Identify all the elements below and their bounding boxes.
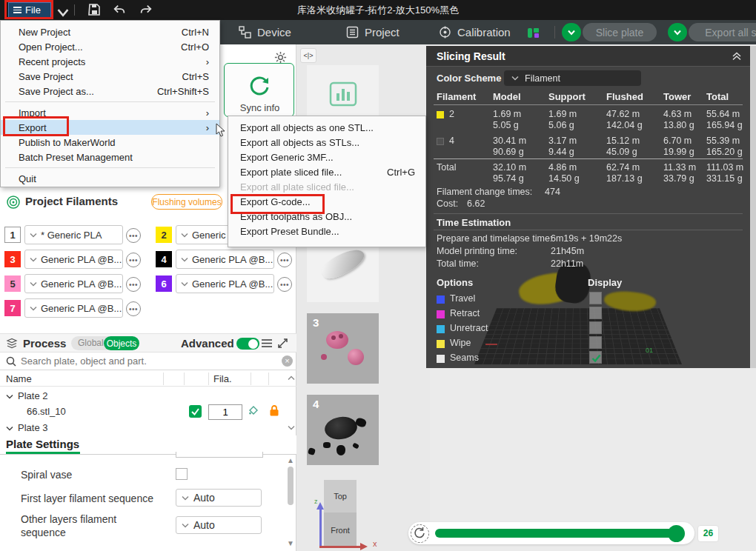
menu-item-quit[interactable]: Quit — [1, 171, 219, 186]
buildplate-number: 01 — [646, 347, 653, 354]
tree-row-plate2[interactable]: Plate 2 — [0, 389, 296, 404]
slice-plate-button[interactable]: Slice plate — [583, 23, 657, 41]
cell-flushed: 15.12 m45.09 g — [606, 136, 640, 158]
prepare-time-value: 6m19s + 19m22s — [551, 233, 622, 244]
process-title: Process — [23, 337, 66, 350]
highlight-box-file — [4, 0, 53, 19]
multi-plate-icon[interactable] — [528, 27, 540, 39]
compare-presets-icon[interactable] — [277, 338, 288, 349]
lock-icon[interactable] — [269, 404, 279, 417]
filament-options-button[interactable]: ••• — [277, 277, 292, 292]
flushing-volumes-button[interactable]: Flushing volumes — [151, 194, 222, 210]
first-seq-dropdown[interactable]: Auto — [176, 489, 262, 507]
display-checkbox-travel[interactable] — [589, 292, 602, 304]
settings-scrollbar-thumb[interactable] — [288, 467, 294, 505]
filament-preset-dropdown[interactable]: Generic PLA @B... — [176, 274, 274, 293]
menu-item-new-project[interactable]: New ProjectCtrl+N — [1, 24, 219, 39]
filament-slot-number[interactable]: 7 — [4, 300, 21, 316]
cell-tower: 4.63 m13.80 g — [663, 109, 694, 131]
tab-project[interactable]: Project — [346, 20, 399, 44]
filament-slot-number[interactable]: 1 — [4, 227, 21, 243]
sliced-chart-icon — [329, 81, 357, 107]
search-input[interactable] — [19, 355, 274, 367]
navcube-top-face[interactable]: Top — [324, 480, 357, 512]
search-clear-button[interactable]: × — [282, 355, 293, 367]
filament-options-button[interactable]: ••• — [126, 277, 141, 292]
toggle-objects-selected[interactable]: Objects — [104, 336, 139, 350]
filament-preset-dropdown[interactable]: Generic PLA @B... — [24, 250, 123, 269]
menu-item-export-plate-sliced[interactable]: Export plate sliced file...Ctrl+G — [228, 164, 425, 179]
filament-preset-dropdown[interactable]: * Generic PLA — [24, 225, 123, 244]
filament-options-button[interactable]: ••• — [277, 253, 292, 267]
filament-options-button[interactable]: ••• — [126, 301, 141, 316]
plate-thumbnail-3[interactable]: 3 — [307, 313, 379, 384]
object-visible-checkbox[interactable] — [189, 405, 202, 418]
slice-plate-dropdown-button[interactable] — [562, 23, 581, 41]
filament-options-button[interactable]: ••• — [126, 253, 141, 267]
menu-item-export-one-stl[interactable]: Export all objects as one STL... — [228, 120, 425, 135]
menu-item-export-stls[interactable]: Export all objects as STLs... — [228, 135, 425, 150]
plate-thumbnail-4[interactable]: 4 — [307, 395, 379, 465]
viewport-right-edge — [750, 46, 756, 368]
menu-item-save-project[interactable]: Save ProjectCtrl+S — [1, 69, 219, 84]
color-scheme-dropdown[interactable]: Filament — [504, 70, 641, 86]
menu-item-batch-preset-management[interactable]: Batch Preset Management — [1, 150, 219, 164]
scroll-up-icon[interactable] — [288, 375, 295, 381]
col-flushed: Flushed — [606, 91, 643, 102]
navcube-front-face[interactable]: Front — [324, 512, 357, 548]
other-seq-dropdown[interactable]: Auto — [176, 516, 262, 534]
tree-row-object[interactable]: 66.stl_10 — [0, 404, 296, 419]
paint-bucket-icon[interactable] — [247, 405, 259, 417]
display-checkbox-retract[interactable] — [589, 307, 602, 319]
filament-preset-dropdown[interactable]: Generic PLA @B... — [176, 250, 274, 269]
tree-row-plate3[interactable]: Plate 3 — [0, 421, 296, 435]
toggle-global-label[interactable]: Global — [78, 338, 104, 348]
chevron-down-icon[interactable] — [6, 394, 13, 399]
settings-scroll-down[interactable]: ▼ — [286, 539, 295, 547]
filament-slot-number[interactable]: 4 — [156, 251, 172, 267]
filament-slot-number[interactable]: 3 — [4, 251, 21, 267]
filament-slot-number[interactable]: 6 — [156, 276, 172, 292]
display-checkbox-seams[interactable] — [589, 351, 602, 364]
menu-item-export-generic-3mf[interactable]: Export Generic 3MF... — [228, 150, 425, 164]
chevron-down-icon[interactable] — [6, 426, 13, 431]
filament-preset-dropdown[interactable]: Generic PLA @B... — [24, 274, 123, 293]
settings-scroll-up[interactable]: ▲ — [286, 456, 295, 464]
display-title: Display — [588, 277, 622, 288]
tab-device[interactable]: Device — [239, 20, 291, 44]
chevron-down-icon — [30, 233, 37, 238]
export-all-button[interactable]: Export all sli — [689, 23, 756, 41]
plate-number: 3 — [313, 316, 319, 329]
display-checkbox-wipe[interactable] — [589, 336, 602, 349]
total-support: 4.86 m14.50 g — [548, 162, 580, 184]
collapse-panel-icon[interactable] — [732, 51, 742, 61]
slider-loop-icon[interactable] — [411, 524, 429, 543]
list-view-icon[interactable] — [261, 338, 273, 348]
time-estimation-title: Time Estimation — [437, 217, 511, 228]
spiral-vase-checkbox[interactable] — [176, 468, 188, 480]
layer-slider-track-container — [408, 522, 694, 544]
slider-handle[interactable] — [668, 525, 685, 542]
menu-item-recent-projects[interactable]: Recent projects› — [1, 54, 219, 69]
tabbar-divider — [554, 26, 555, 39]
sync-info-card[interactable]: Sync info — [224, 63, 294, 117]
menu-item-publish-makerworld[interactable]: Publish to MakerWorld — [1, 135, 219, 150]
advanced-toggle[interactable] — [236, 338, 259, 350]
process-scope-toggle[interactable]: Global Objects — [71, 336, 139, 350]
filament-slot-number[interactable]: 5 — [4, 276, 21, 292]
filament-options-button[interactable]: ••• — [126, 228, 141, 243]
menu-item-export-preset-bundle[interactable]: Export Preset Bundle... — [228, 224, 425, 238]
filament-number-input[interactable] — [208, 404, 242, 420]
menu-item-open-project[interactable]: Open Project...Ctrl+O — [1, 39, 219, 54]
display-checkbox-unretract[interactable] — [589, 321, 602, 334]
scroll-down-icon[interactable] — [288, 425, 295, 430]
filament-preset-dropdown[interactable]: Generic PLA @B... — [24, 298, 123, 318]
calibration-icon — [439, 26, 451, 39]
filament-change-label: Filament change times: — [437, 187, 532, 198]
export-all-dropdown-button[interactable] — [668, 23, 687, 41]
filament-slot-number[interactable]: 2 — [156, 227, 172, 243]
slider-track[interactable] — [435, 529, 680, 538]
collapse-sidebar-toggle[interactable]: <|> — [300, 48, 316, 63]
tab-calibration[interactable]: Calibration — [439, 20, 511, 44]
menu-item-save-project-as[interactable]: Save Project as...Ctrl+Shift+S — [1, 84, 219, 98]
